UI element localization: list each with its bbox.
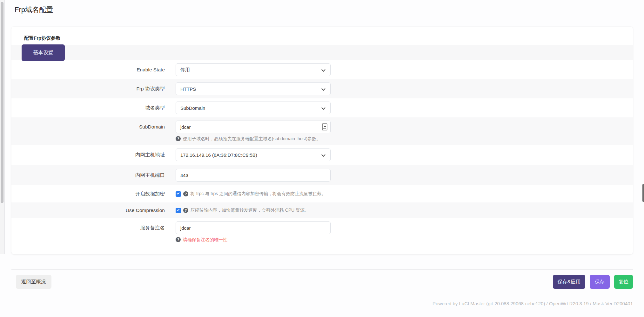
remark-error-text: 请确保备注名的唯一性 [183, 236, 227, 243]
row-frp-type: Frp 协议类型 HTTPS [11, 79, 633, 98]
compression-label: Use Compression [11, 206, 176, 215]
encryption-label: 开启数据加密 [11, 190, 176, 198]
domain-type-label: 域名类型 [11, 102, 176, 114]
enable-state-label: Enable State [11, 63, 176, 76]
left-panel-scrollbar[interactable] [0, 0, 5, 254]
chevron-down-icon [321, 106, 325, 110]
section-divider [11, 269, 633, 270]
left-scrollbar-thumb[interactable] [1, 2, 3, 203]
row-enable-state: Enable State 停用 [11, 60, 633, 79]
frp-type-value: HTTPS [180, 86, 196, 92]
row-intranet-port: 内网主机端口 [11, 165, 633, 185]
save-button[interactable]: 保存 [590, 275, 610, 289]
help-icon: ? [176, 237, 181, 242]
page-title: Frp域名配置 [15, 5, 53, 15]
row-encryption: 开启数据加密 ? 将 frpc 与 frps 之间的通信内容加密传输，将会有效防… [11, 185, 633, 202]
autofill-icon [322, 123, 327, 130]
intranet-port-input[interactable] [176, 169, 331, 182]
tab-bar: 基本设置 [11, 45, 633, 60]
compression-checkbox[interactable] [176, 208, 181, 213]
action-buttons: 保存&应用 保存 复位 [553, 275, 633, 289]
encryption-help-text: 将 frpc 与 frps 之间的通信内容加密传输，将会有效防止流量被拦截。 [191, 191, 326, 197]
row-intranet-host: 内网主机地址 172.16.149.16 (6A:36:D7:8C:C9:5B) [11, 145, 633, 165]
intranet-host-value: 172.16.149.16 (6A:36:D7:8C:C9:5B) [180, 152, 257, 158]
help-icon: ? [183, 208, 188, 213]
chevron-down-icon [321, 68, 325, 72]
help-icon: ? [176, 136, 181, 141]
intranet-host-select[interactable]: 172.16.149.16 (6A:36:D7:8C:C9:5B) [176, 149, 331, 161]
remark-label: 服务备注名 [11, 221, 176, 234]
save-apply-button[interactable]: 保存&应用 [553, 275, 585, 289]
section-heading: 配置Frp协议参数 [24, 35, 633, 41]
frp-config-card: 配置Frp协议参数 基本设置 Enable State 停用 Frp 协议类型 … [11, 27, 633, 254]
enable-state-value: 停用 [180, 67, 190, 73]
subdomain-help-text: 使用子域名时，必须预先在服务端配置主域名(subdomain_host)参数。 [183, 135, 321, 142]
frp-type-select[interactable]: HTTPS [176, 83, 331, 95]
compression-help-text: 压缩传输内容，加快流量转发速度，会额外消耗 CPU 资源。 [191, 208, 309, 213]
encryption-checkbox[interactable] [176, 191, 181, 197]
page-scrollbar-thumb[interactable] [642, 184, 644, 202]
row-subdomain: SubDomain ? 使用子域名时，必须预先在服务端配置主域名(subdoma… [11, 117, 633, 145]
back-to-overview-button[interactable]: 返回至概况 [16, 275, 51, 289]
help-icon: ? [183, 191, 188, 196]
powered-by-footer: Powered by LuCI Master (git-20.088.29068… [433, 301, 633, 306]
chevron-down-icon [321, 87, 325, 91]
tab-basic-settings[interactable]: 基本设置 [22, 44, 65, 61]
intranet-port-label: 内网主机端口 [11, 169, 176, 182]
row-remark: 服务备注名 ? 请确保备注名的唯一性 [11, 218, 633, 246]
frp-type-label: Frp 协议类型 [11, 83, 176, 95]
chevron-down-icon [321, 153, 325, 157]
reset-button[interactable]: 复位 [614, 275, 633, 289]
domain-type-value: SubDomain [180, 105, 205, 111]
row-compression: Use Compression ? 压缩传输内容，加快流量转发速度，会额外消耗 … [11, 202, 633, 218]
intranet-host-label: 内网主机地址 [11, 149, 176, 161]
domain-type-select[interactable]: SubDomain [176, 102, 331, 114]
enable-state-select[interactable]: 停用 [176, 63, 331, 76]
row-domain-type: 域名类型 SubDomain [11, 98, 633, 117]
subdomain-input[interactable] [176, 121, 331, 133]
remark-input[interactable] [176, 221, 331, 234]
subdomain-label: SubDomain [11, 121, 176, 133]
